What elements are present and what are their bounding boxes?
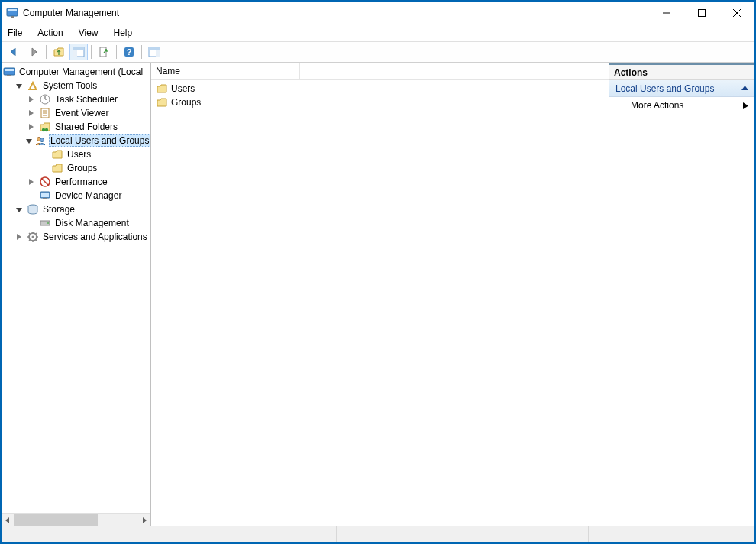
export-list-button[interactable] (95, 44, 113, 60)
svg-point-29 (45, 128, 48, 131)
actions-section[interactable]: Local Users and Groups (609, 80, 754, 97)
actions-item-label: More Actions (631, 100, 683, 111)
disk-icon (39, 217, 51, 229)
menu-bar: File Action View Help (2, 24, 754, 41)
tree-root[interactable]: Computer Management (Local (3, 65, 150, 79)
storage-icon (27, 203, 39, 215)
tree-storage[interactable]: Storage (3, 202, 150, 216)
submenu-icon (743, 102, 748, 109)
minimize-button[interactable] (649, 2, 684, 24)
folder-icon (51, 162, 63, 174)
status-segment (2, 526, 336, 542)
folder-icon (156, 83, 168, 95)
svg-rect-3 (9, 18, 15, 18)
performance-icon (39, 176, 51, 188)
tree-body: Computer Management (Local System Tools … (2, 63, 150, 513)
tree-panel: Computer Management (Local System Tools … (2, 63, 151, 526)
help-button[interactable]: ? (120, 44, 138, 60)
tree-label: Local Users and Groups (49, 134, 150, 147)
list-header: Name (151, 63, 609, 80)
device-manager-icon (39, 189, 51, 202)
svg-rect-1 (8, 9, 17, 11)
tree-label: System Tools (41, 79, 99, 92)
column-name[interactable]: Name (151, 63, 300, 79)
expand-toggle[interactable] (14, 80, 24, 91)
close-button[interactable] (719, 2, 754, 24)
status-segment (588, 526, 754, 542)
tree-disk-management[interactable]: Disk Management (3, 216, 150, 230)
folder-icon (156, 96, 168, 108)
horizontal-scrollbar[interactable] (2, 513, 150, 526)
menu-view[interactable]: View (77, 26, 100, 40)
menu-file[interactable]: File (6, 26, 24, 40)
list-body[interactable]: Users Groups (151, 80, 609, 526)
expand-toggle[interactable] (14, 204, 24, 215)
expand-toggle[interactable] (26, 94, 37, 105)
tree-label: Storage (41, 203, 76, 215)
main-area: Computer Management (Local System Tools … (2, 63, 754, 526)
scroll-right-arrow[interactable] (138, 514, 150, 526)
svg-rect-5 (699, 10, 706, 17)
event-viewer-icon (39, 107, 51, 119)
up-button[interactable] (50, 44, 68, 60)
actions-panel: Actions Local Users and Groups More Acti… (609, 63, 754, 526)
svg-rect-35 (43, 198, 47, 199)
toolbar-separator (141, 45, 142, 59)
folder-icon (51, 148, 63, 160)
svg-rect-15 (149, 47, 160, 50)
scroll-thumb[interactable] (14, 514, 98, 526)
actions-section-label: Local Users and Groups (615, 83, 714, 94)
expand-toggle[interactable] (26, 121, 37, 132)
tree-system-tools[interactable]: System Tools (3, 79, 150, 92)
svg-point-41 (32, 236, 34, 238)
toolbar-separator (91, 45, 92, 59)
expand-toggle[interactable] (26, 135, 32, 146)
list-item-label: Users (171, 83, 195, 94)
svg-rect-19 (7, 75, 11, 76)
tree-label: Shared Folders (53, 121, 119, 133)
scroll-track[interactable] (14, 514, 138, 526)
tree-label: Disk Management (53, 217, 131, 229)
svg-rect-36 (41, 193, 49, 197)
system-tools-icon (27, 79, 39, 92)
forward-button[interactable] (24, 44, 43, 60)
app-icon (6, 7, 18, 19)
tree-label: Task Scheduler (53, 93, 119, 105)
show-hide-tree-button[interactable] (69, 44, 88, 60)
toolbar: ? (2, 41, 754, 63)
menu-help[interactable]: Help (112, 26, 134, 40)
tree-device-manager[interactable]: Device Manager (3, 189, 150, 202)
toolbar-separator (116, 45, 117, 59)
clock-icon (39, 93, 51, 105)
list-panel: Name Users Groups (151, 63, 609, 526)
tree-users[interactable]: Users (3, 147, 150, 161)
expand-toggle[interactable] (26, 176, 37, 187)
tree-shared-folders[interactable]: Shared Folders (3, 120, 150, 134)
tree-label: Services and Applications (41, 231, 149, 243)
menu-action[interactable]: Action (36, 26, 64, 40)
show-hide-action-pane-button[interactable] (145, 44, 163, 60)
svg-point-31 (40, 138, 44, 142)
column-blank[interactable] (300, 63, 609, 79)
expand-toggle[interactable] (14, 232, 24, 242)
expand-toggle[interactable] (26, 108, 37, 118)
tree-groups[interactable]: Groups (3, 161, 150, 175)
back-button[interactable] (5, 44, 23, 60)
tree-services-apps[interactable]: Services and Applications (3, 230, 150, 244)
tree-performance[interactable]: Performance (3, 175, 150, 189)
tree-local-users-groups[interactable]: Local Users and Groups (3, 134, 150, 147)
tree-task-scheduler[interactable]: Task Scheduler (3, 92, 150, 106)
list-item-groups[interactable]: Groups (153, 96, 607, 109)
users-groups-icon (34, 134, 47, 147)
svg-rect-18 (5, 69, 14, 71)
maximize-button[interactable] (684, 2, 719, 24)
list-item-users[interactable]: Users (153, 82, 607, 96)
tree-event-viewer[interactable]: Event Viewer (3, 106, 150, 120)
actions-header: Actions (609, 63, 754, 80)
tree-label: Performance (53, 176, 109, 188)
tree-label: Event Viewer (53, 107, 110, 119)
collapse-icon (741, 85, 748, 92)
actions-more-actions[interactable]: More Actions (609, 97, 754, 114)
scroll-left-arrow[interactable] (2, 514, 14, 526)
tree-label: Device Manager (53, 189, 123, 202)
